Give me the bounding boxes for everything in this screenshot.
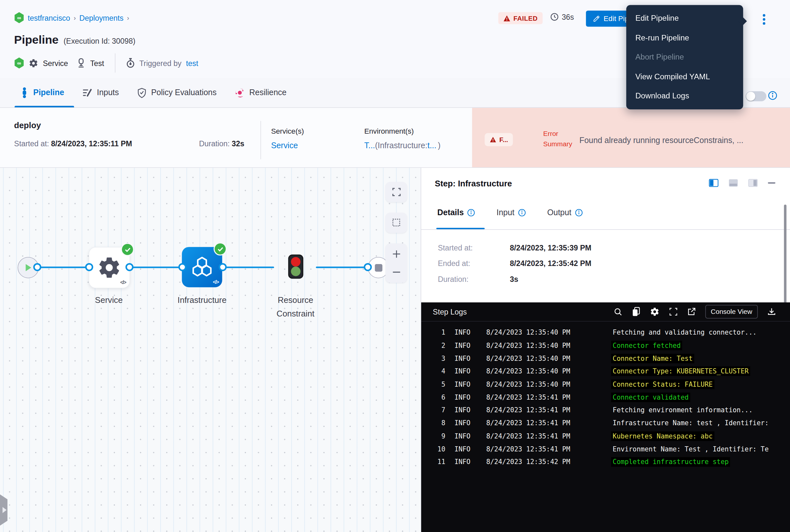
green-light	[291, 267, 301, 277]
chevron-right-icon: ›	[127, 14, 129, 21]
zoom-in-icon	[392, 249, 401, 259]
tab-output[interactable]: Output	[547, 208, 583, 217]
log-row: 10INFO8/24/2023 12:35:41 PMEnvironment N…	[421, 443, 790, 456]
tab-resilience[interactable]: Resilience	[234, 88, 286, 98]
menu-item-view-compiled-yaml[interactable]: View Compiled YAML	[626, 66, 743, 86]
svg-text:∞: ∞	[17, 15, 21, 21]
active-tab-underline	[15, 106, 74, 108]
module-icon: ∞	[14, 12, 24, 23]
view-toggle-switch[interactable]	[746, 91, 766, 101]
service-step-node[interactable]: </>	[89, 247, 130, 288]
stopwatch-icon	[126, 58, 135, 68]
fullscreen-canvas-button[interactable]	[385, 182, 407, 202]
info-icon	[518, 209, 526, 217]
success-check-icon	[213, 242, 227, 255]
fullscreen-logs-icon[interactable]	[669, 307, 677, 316]
error-status-pill: F...	[485, 133, 513, 146]
divider	[261, 121, 261, 159]
menu-item-rerun-pipeline[interactable]: Re-run Pipeline	[626, 28, 743, 47]
node-label-resource-constraint: ResourceConstraint	[262, 293, 328, 320]
menu-item-edit-pipeline[interactable]: Edit Pipeline	[626, 8, 743, 28]
step-logs-console: Step Logs Console View	[421, 302, 790, 532]
resource-constraint-node[interactable]	[288, 254, 304, 279]
triggered-by-label: Triggered by	[139, 59, 181, 67]
search-icon[interactable]	[613, 307, 622, 316]
zoom-controls[interactable]	[385, 243, 407, 283]
info-icon	[467, 209, 475, 217]
services-label: Service(s)	[271, 127, 304, 135]
tab-details[interactable]: Details	[437, 208, 476, 217]
info-icon[interactable]	[768, 91, 777, 100]
triggered-by-user-link[interactable]: test	[186, 59, 198, 67]
page-title: Pipeline	[14, 33, 59, 47]
tab-inputs[interactable]: Inputs	[82, 88, 119, 98]
detail-duration: Duration:3s	[438, 275, 518, 283]
environment-name: Test	[90, 59, 104, 67]
pipeline-meta-row: ∞ Service Test Triggered by test	[14, 55, 198, 71]
info-icon	[575, 209, 583, 217]
edge	[316, 267, 366, 268]
node-label-service: Service	[84, 293, 134, 307]
log-row: 4INFO8/24/2023 12:35:40 PMConnector Type…	[421, 365, 790, 378]
copy-icon[interactable]	[632, 307, 640, 317]
log-row: 11INFO8/24/2023 12:35:42 PMCompleted inf…	[421, 456, 790, 469]
step-panel-title: Step: Infrastructure	[435, 179, 512, 189]
log-row: 5INFO8/24/2023 12:35:40 PMConnector Stat…	[421, 378, 790, 391]
log-row: 2INFO8/24/2023 12:35:40 PMConnector fetc…	[421, 339, 790, 352]
node-label-infrastructure: Infrastructure	[169, 293, 234, 307]
environments-label: Environment(s)	[364, 127, 414, 135]
log-row: 9INFO8/24/2023 12:35:41 PMKubernetes Nam…	[421, 430, 790, 443]
download-logs-icon[interactable]	[767, 307, 776, 316]
log-settings-gear-icon[interactable]	[650, 307, 660, 317]
status-badge: FAILED	[498, 12, 542, 24]
zoom-out-icon	[392, 268, 401, 277]
infrastructure-step-node[interactable]: </>	[182, 247, 222, 287]
edge	[132, 267, 180, 268]
bottom-view-button[interactable]	[729, 179, 738, 187]
console-header: Step Logs Console View	[421, 302, 790, 321]
pipeline-graph-canvas[interactable]: </> </> Service In	[0, 168, 421, 532]
error-summary-label: Error Summary	[543, 129, 577, 149]
port	[33, 263, 41, 271]
title-row: Pipeline (Execution Id: 30098)	[14, 33, 136, 47]
detail-started-at: Started at:8/24/2023, 12:35:39 PM	[438, 243, 591, 252]
tab-pipeline[interactable]: Pipeline	[20, 87, 64, 98]
inputs-icon	[82, 88, 92, 98]
marquee-select-button[interactable]	[385, 213, 407, 233]
breadcrumb-deployments-link[interactable]: Deployments	[79, 13, 123, 22]
step-panel-tabs: Details Input Output	[437, 208, 583, 217]
pipeline-icon	[20, 87, 28, 98]
tab-input[interactable]: Input	[497, 208, 526, 217]
log-row: 7INFO8/24/2023 12:35:41 PMFetching envir…	[421, 404, 790, 417]
divider	[115, 53, 115, 73]
more-options-button[interactable]	[758, 11, 770, 27]
console-view-button[interactable]: Console View	[705, 305, 758, 319]
right-view-button[interactable]	[748, 179, 758, 187]
minimize-panel-button[interactable]	[768, 182, 776, 184]
execution-id: (Execution Id: 30098)	[64, 37, 136, 45]
log-row: 3INFO8/24/2023 12:35:40 PMConnector Name…	[421, 352, 790, 365]
expand-panel-handle[interactable]	[0, 494, 7, 526]
breadcrumb-project-link[interactable]: testfrancisco	[28, 13, 70, 22]
error-summary-message[interactable]: Found already running resourceConstrains…	[579, 136, 784, 145]
pencil-icon	[593, 15, 600, 22]
service-link[interactable]: Service	[271, 141, 298, 150]
panel-layout-controls	[709, 179, 776, 187]
service-name: Service	[43, 59, 68, 67]
menu-item-download-logs[interactable]: Download Logs	[626, 86, 743, 106]
log-lines: 1INFO8/24/2023 12:35:40 PMFetching and v…	[421, 326, 790, 469]
port	[126, 263, 134, 271]
environment-value[interactable]: T...(Infrastructure:t...)	[364, 141, 441, 150]
tab-policy-evaluations[interactable]: Policy Evaluations	[137, 88, 217, 98]
success-check-icon	[121, 243, 134, 256]
menu-item-abort-pipeline[interactable]: Abort Pipeline	[626, 47, 743, 66]
pipeline-execution-screen: ∞ testfrancisco › Deployments › Pipeline…	[0, 0, 790, 532]
log-row: 1INFO8/24/2023 12:35:40 PMFetching and v…	[421, 326, 790, 339]
edge	[39, 267, 88, 268]
stage-name[interactable]: deploy	[14, 120, 41, 130]
split-view-button[interactable]	[709, 179, 718, 187]
log-row: 6INFO8/24/2023 12:35:41 PMConnector vali…	[421, 391, 790, 404]
port	[364, 263, 372, 271]
chevron-right-icon: ›	[74, 14, 76, 21]
open-external-icon[interactable]	[687, 307, 696, 316]
